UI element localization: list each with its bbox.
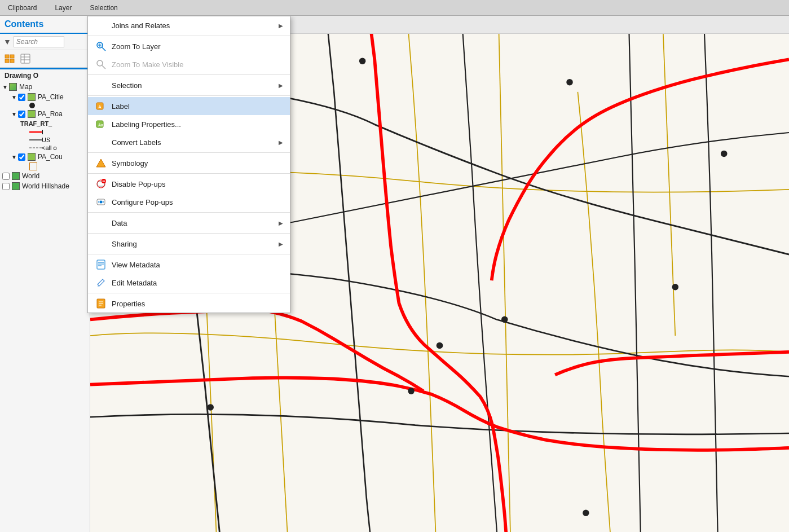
label-icon: A (95, 100, 107, 112)
menu-convert-labels-label: Convert Labels (112, 138, 279, 147)
main-content: Contents ▼ (0, 16, 789, 532)
menu-properties[interactable]: Properties (88, 294, 290, 313)
pa-counties-checkbox[interactable] (18, 153, 25, 161)
layer-pa-counties-label: PA_Cou (38, 153, 63, 161)
edit-metadata-icon (95, 276, 107, 289)
arrow-right-icon: ▶ (279, 139, 283, 146)
layer-world[interactable]: World (0, 171, 90, 181)
svg-point-59 (207, 404, 214, 411)
svg-rect-0 (5, 55, 9, 58)
pa-counties-legend (0, 162, 90, 171)
left-panel: Contents ▼ (0, 16, 90, 532)
orange-square-symbol (29, 162, 37, 170)
menu-joins-label: Joins and Relates (112, 21, 279, 30)
arrow-icon: ▼ (2, 84, 8, 90)
labeling-props-icon: Aa (95, 118, 107, 130)
gray-dashed-symbol (29, 145, 42, 151)
list-view-icon[interactable] (3, 52, 16, 65)
zoom-layer-icon (95, 40, 107, 52)
topbar-layer[interactable]: Layer (51, 3, 75, 13)
menu-properties-label: Properties (112, 300, 283, 308)
svg-point-15 (97, 60, 103, 66)
table-icon[interactable] (19, 52, 32, 65)
disable-popups-icon (95, 178, 107, 190)
layer-map[interactable]: ▼ Map (0, 82, 90, 92)
menu-sharing-label: Sharing (112, 240, 279, 248)
svg-point-29 (98, 201, 99, 203)
svg-point-30 (103, 201, 104, 203)
joins-icon (95, 19, 107, 32)
properties-icon (95, 297, 107, 310)
layer-world-hillshade[interactable]: World Hillshade (0, 181, 90, 191)
search-bar: ▼ (0, 34, 90, 50)
menu-configure-popups[interactable]: Configure Pop-ups (88, 193, 290, 211)
menu-selection[interactable]: Selection ▶ (88, 76, 290, 94)
search-input[interactable] (14, 36, 64, 47)
arrow-right-icon: ▶ (279, 82, 283, 89)
context-menu: Joins and Relates ▶ Zoom To Layer Zoom T… (87, 16, 290, 313)
top-bar: Clipboard Layer Selection (0, 0, 789, 16)
contents-header: Contents (0, 16, 90, 34)
topbar-clipboard[interactable]: Clipboard (5, 3, 40, 13)
menu-disable-popups[interactable]: Disable Pop-ups (88, 175, 290, 193)
menu-edit-metadata[interactable]: Edit Metadata (88, 274, 290, 292)
world-hillshade-icon (12, 182, 20, 190)
view-metadata-icon (95, 258, 107, 271)
legend-i: I (0, 128, 90, 136)
red-line-symbol (29, 129, 42, 135)
menu-zoom-visible: Zoom To Make Visible (88, 55, 290, 73)
menu-label[interactable]: A Label (88, 97, 290, 115)
menu-selection-label: Selection (112, 81, 279, 90)
svg-marker-21 (96, 159, 105, 167)
menu-view-metadata-label: View Metadata (112, 261, 283, 269)
world-checkbox[interactable] (2, 173, 10, 180)
menu-joins[interactable]: Joins and Relates ▶ (88, 16, 290, 34)
svg-rect-4 (21, 54, 30, 63)
menu-labeling-props-label: Labeling Properties... (112, 120, 283, 129)
layer-tree: ▼ Map ▼ PA_Citie ▼ PA_Roa (0, 81, 90, 532)
separator (88, 212, 290, 213)
legend-all-label: <all o (42, 144, 57, 151)
pa-cities-checkbox[interactable] (18, 94, 25, 101)
legend-us-label: US (42, 137, 50, 143)
topbar-selection[interactable]: Selection (86, 3, 121, 13)
black-line-symbol (29, 137, 42, 143)
svg-point-52 (359, 58, 366, 64)
svg-point-58 (408, 388, 415, 394)
separator (88, 95, 290, 96)
traf-label: TRAF_RT_ (20, 120, 52, 127)
layer-pa-cities[interactable]: ▼ PA_Citie (0, 92, 90, 102)
separator (88, 152, 290, 153)
legend-i-label: I (42, 129, 43, 135)
layer-traf: TRAF_RT_ (0, 119, 90, 128)
layer-pa-counties[interactable]: ▼ PA_Cou (0, 152, 90, 162)
world-hillshade-checkbox[interactable] (2, 183, 10, 190)
data-icon (95, 217, 107, 229)
legend-us: US (0, 136, 90, 144)
svg-text:A: A (98, 104, 102, 109)
menu-disable-popups-label: Disable Pop-ups (112, 180, 283, 188)
pa-roads-checkbox[interactable] (18, 111, 25, 118)
svg-line-12 (102, 47, 105, 51)
menu-convert-labels[interactable]: Convert Labels ▶ (88, 133, 290, 151)
symbology-icon (95, 157, 107, 169)
arrow-right-icon: ▶ (279, 220, 283, 226)
layer-pa-roads[interactable]: ▼ PA_Roa (0, 109, 90, 119)
menu-symbology[interactable]: Symbology (88, 154, 290, 172)
layer-pa-cities-label: PA_Citie (38, 93, 64, 101)
menu-zoom-layer[interactable]: Zoom To Layer (88, 37, 290, 55)
menu-labeling-props[interactable]: Aa Labeling Properties... (88, 115, 290, 133)
menu-data[interactable]: Data ▶ (88, 214, 290, 232)
menu-view-metadata[interactable]: View Metadata (88, 256, 290, 274)
pa-cities-icon (28, 93, 36, 101)
pa-cities-legend (0, 102, 90, 109)
world-icon (12, 172, 20, 180)
layer-map-label: Map (19, 83, 32, 91)
drawing-order-label: Drawing O (0, 69, 90, 81)
arrow-right-icon: ▶ (279, 241, 283, 247)
arrow-icon: ▼ (11, 154, 17, 160)
arrow-right-icon: ▶ (279, 23, 283, 29)
svg-point-55 (672, 284, 679, 291)
menu-sharing[interactable]: Sharing ▶ (88, 235, 290, 253)
layer-world-label: World (22, 172, 39, 180)
